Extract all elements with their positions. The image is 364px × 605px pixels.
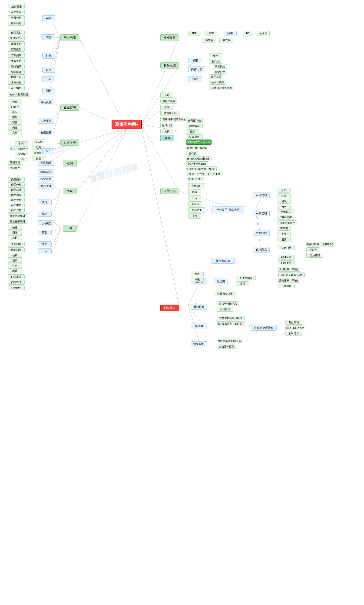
svg-line-37 (256, 198, 260, 210)
multi-terminal-node: 多端支撑 (160, 34, 179, 41)
cashier-node: 收银 (160, 135, 174, 141)
ws-withdraw: 提现 (277, 199, 291, 204)
location-report-node: 位置自动上报 (214, 291, 236, 296)
verification: 核销 (8, 235, 22, 240)
agg-cashier-plugin: 聚合收银台（应用插件） (306, 242, 334, 247)
delivery-order-node: 配送单 (191, 323, 207, 329)
svg-line-2 (79, 129, 127, 142)
validity: 有效期 (277, 226, 291, 231)
staff-node: 店员 (38, 230, 52, 235)
staff-mgmt: 店员管理 (306, 253, 323, 258)
store-detail: 门店详情 (8, 280, 25, 285)
svg-line-5 (77, 129, 127, 228)
app-msg: APP消息 (8, 86, 25, 90)
svg-line-10 (142, 124, 179, 191)
delivery-fee-node: 配送费 (214, 278, 228, 284)
h5-node: H5 (243, 31, 252, 36)
svg-line-27 (54, 186, 60, 191)
delivery-area: 配送区域 (278, 255, 295, 260)
industry-smart-water-node: 行业应用-智慧水站 (211, 207, 244, 213)
standalone-marketing: 营销体系（单独） (278, 278, 300, 283)
stockholder: 股东 (160, 105, 173, 110)
store-display: 门店展示 (278, 260, 295, 265)
permission-node: 权限系统 (160, 62, 179, 69)
store-goods-node: 商品 (38, 241, 52, 247)
points-deduct: 积分抵扣 (8, 47, 25, 52)
pay-node: 支付 (42, 34, 55, 40)
industry-under-custom: 行业应用 (38, 176, 54, 182)
distribution: 分销 (160, 92, 173, 98)
svg-line-0 (79, 38, 127, 129)
finance-node: 财务 (42, 67, 55, 73)
cashier-after-pay-ad: 支付后广告 (186, 177, 203, 181)
nav-map: 导航地图 (8, 286, 25, 290)
svg-line-20 (54, 107, 60, 119)
member-card: 会员卡 (188, 201, 202, 207)
center-node: 聚惠互联网+ (112, 120, 142, 129)
level: 等级 (191, 277, 204, 282)
weiqin-version: 微擎版 (202, 38, 216, 43)
watermark: 微擎应用商城 (88, 161, 139, 185)
smart-match-delivery: 地址智能匹配配送员 (217, 339, 242, 343)
svg-line-16 (50, 38, 60, 66)
auth-node: 授权 (188, 76, 202, 82)
app-auth-sales: 应用授权销售管理 (209, 86, 234, 90)
operator: 操作员 (209, 59, 222, 64)
sms: 手机短信 (217, 307, 233, 312)
third-party-delivery: 可对接第三方（如外卖） (217, 321, 245, 326)
member-level: 会员等级 (8, 10, 25, 14)
mall-node: 商城 (63, 188, 77, 194)
after-sale: 维权售后 (8, 59, 25, 63)
global-notice: 全网公告 (8, 80, 25, 85)
store-info-node: 门店 (38, 248, 52, 254)
svg-line-30 (54, 222, 60, 228)
delivery-node: 配送 (38, 211, 52, 217)
staff-verification: 核销 (8, 253, 22, 258)
standalone-custom-decor: 门店自定义装修（单独） (278, 273, 306, 277)
perm-ctrl-node: 权限 (188, 58, 202, 63)
corp-site-node: 企业官网 (60, 104, 79, 111)
cashier-operator: 操作员 (186, 151, 199, 156)
direct-store: 直营门店 (8, 242, 25, 247)
svg-line-21 (54, 107, 60, 131)
water-station-store-node: 水站门店 (253, 230, 270, 236)
standalone-payment: 支付结算（单独） (278, 267, 300, 272)
report-stats: 数据报表统计 (8, 219, 27, 224)
detail-record: 明细记录 (8, 64, 25, 69)
cashier-scan-pay: 支持手机扫码收款（免密） (186, 167, 217, 171)
water-station-mgmt-node: 水站管理 (253, 193, 270, 198)
custom-node: 定制 (63, 160, 77, 167)
version-node: 版本 (224, 31, 237, 36)
svg-line-19 (54, 103, 60, 107)
platform-node: 平台功能 (60, 34, 79, 41)
one-click-water: 一键订水 (277, 209, 294, 214)
order-hall: 按单拒单大厅 (277, 220, 297, 225)
sales-stats: 销售统计 (8, 70, 25, 74)
app-center-node: 应用中心 (160, 188, 179, 194)
express: 快递 (8, 225, 22, 230)
team-dividend: 团队分红 (188, 183, 205, 188)
cashier-standalone-settle: 独立结算 (186, 124, 203, 128)
douyin: 抖音 (15, 141, 28, 146)
auto-process-node: 自动化处理流程 (251, 325, 277, 331)
apply: 申请 (191, 272, 204, 276)
cashier-h5-support: （微信、支付宝）H5，均支持 (186, 171, 221, 176)
standalone-version: 独立版 (220, 38, 233, 43)
notification-node: 通知提醒 (191, 304, 207, 310)
svg-line-31 (54, 228, 60, 231)
statistics-node: 统计 (38, 199, 52, 205)
balance-pay: 余额支付 (8, 41, 25, 46)
wechat-sub-msg: 公众号订阅消息 (8, 92, 30, 97)
water-ticket-mgmt-node: 水票管理 (253, 211, 270, 216)
svg-line-29 (54, 191, 60, 212)
svg-line-3 (77, 129, 127, 163)
merchant-mobile-center: 商家-手机端管理中心 (160, 117, 188, 122)
livestream: 直播 (188, 213, 201, 219)
api-node: API (42, 148, 54, 154)
city-delivery-sub: 同城 (8, 230, 22, 235)
platform-log: 平台日志 (213, 64, 227, 69)
third-party-ecom: 第三方电商平台 (10, 146, 28, 151)
goods-brand: 商品品牌 (8, 187, 25, 192)
op-log-node: 操作记录 (188, 66, 205, 72)
saas: SAAS (15, 152, 28, 156)
